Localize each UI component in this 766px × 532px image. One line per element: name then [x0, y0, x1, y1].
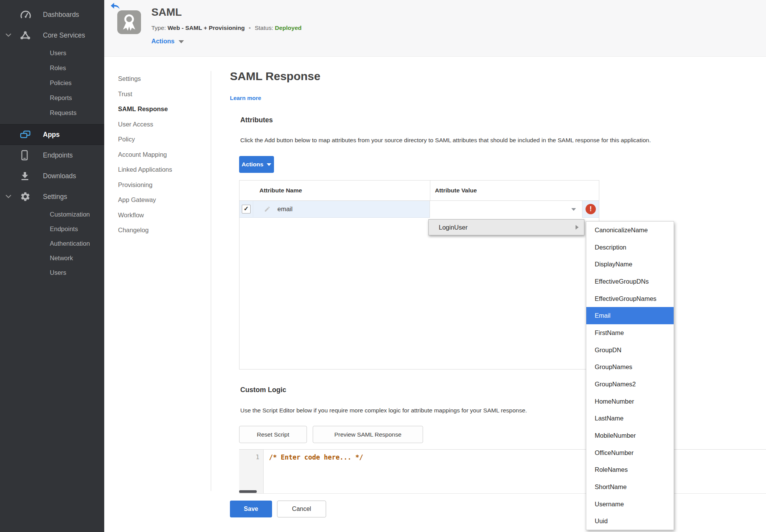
section-title: SAML Response: [230, 70, 320, 83]
menu-item-uuid[interactable]: Uuid: [586, 512, 674, 530]
submenu-arrow-icon: [576, 225, 579, 230]
menu-item-rolenames[interactable]: RoleNames: [586, 461, 674, 478]
edit-pencil-icon[interactable]: [264, 206, 271, 212]
header-actions-menu[interactable]: Actions: [151, 38, 184, 45]
tab-account-mapping[interactable]: Account Mapping: [118, 147, 172, 163]
tab-linked-applications[interactable]: Linked Applications: [118, 162, 172, 177]
custom-logic-heading: Custom Logic: [240, 386, 286, 394]
attributes-actions-button[interactable]: Actions: [239, 156, 274, 173]
sidebar-item-settings-users[interactable]: Users: [0, 265, 104, 280]
menu-item-groupdn[interactable]: GroupDN: [586, 342, 674, 359]
chevron-down-icon[interactable]: [6, 195, 11, 199]
sidebar-item-core-services[interactable]: Core Services: [0, 25, 104, 46]
menu-item-canonicalizename[interactable]: CanonicalizeName: [586, 222, 674, 239]
sidebar-item-label: Apps: [43, 131, 60, 139]
mobile-device-icon: [20, 150, 29, 161]
sidebar-item-authentication[interactable]: Authentication: [0, 236, 104, 251]
tab-app-gateway[interactable]: App Gateway: [118, 192, 172, 208]
sidebar-item-policies[interactable]: Policies: [0, 76, 104, 90]
sidebar-settings-children: Customization Endpoints Authentication N…: [0, 207, 104, 280]
actions-button-label: Actions: [242, 161, 264, 167]
tab-trust[interactable]: Trust: [118, 87, 172, 102]
sidebar-item-label: Settings: [43, 193, 67, 201]
menu-item-lastname[interactable]: LastName: [586, 410, 674, 427]
learn-more-link[interactable]: Learn more: [230, 95, 261, 101]
menu-item-mobilenumber[interactable]: MobileNumber: [586, 427, 674, 444]
gauge-icon: [20, 10, 31, 20]
sidebar-item-label: Dashboards: [43, 11, 79, 19]
menu-item-homenumber[interactable]: HomeNumber: [586, 393, 674, 410]
tab-user-access[interactable]: User Access: [118, 117, 172, 132]
cancel-button[interactable]: Cancel: [277, 501, 326, 517]
sidebar-item-apps[interactable]: Apps: [0, 124, 104, 145]
custom-logic-description: Use the Script Editor below if you requi…: [240, 407, 527, 414]
app-meta: Type: Web - SAML + Provisioning • Status…: [151, 25, 302, 31]
back-arrow-icon[interactable]: [110, 2, 120, 10]
editor-scrollbar[interactable]: [239, 490, 257, 493]
sidebar-item-label: Endpoints: [43, 151, 73, 159]
attribute-value-menu[interactable]: LoginUser: [428, 219, 584, 235]
sidebar-item-network[interactable]: Network: [0, 251, 104, 265]
attributes-heading: Attributes: [240, 116, 273, 124]
sidebar-item-settings-endpoints[interactable]: Endpoints: [0, 222, 104, 236]
row-checkbox[interactable]: ✓: [242, 205, 251, 213]
chevron-down-icon[interactable]: [571, 208, 576, 211]
row-select-cell: ✓: [239, 201, 253, 218]
tab-policy[interactable]: Policy: [118, 132, 172, 147]
editor-code[interactable]: /* Enter code here... */: [269, 453, 363, 461]
apps-icon: [20, 130, 31, 139]
menu-item-firstname[interactable]: FirstName: [586, 324, 674, 342]
attribute-name-value: email: [277, 205, 292, 213]
sidebar-item-downloads[interactable]: Downloads: [0, 166, 104, 186]
tab-workflow[interactable]: Workflow: [118, 208, 172, 223]
tab-changelog[interactable]: Changelog: [118, 223, 172, 238]
attribute-value-column-header: Attribute Value: [430, 181, 599, 200]
menu-item-effectivegroupdns[interactable]: EffectiveGroupDNs: [586, 273, 674, 290]
sidebar: Dashboards Core Services Users Roles Pol…: [0, 0, 104, 532]
type-value: Web - SAML + Provisioning: [167, 25, 244, 31]
saml-app-badge-icon: [117, 10, 141, 34]
menu-item-displayname[interactable]: DisplayName: [586, 256, 674, 273]
sidebar-core-children: Users Roles Policies Reports Requests: [0, 46, 104, 120]
menu-item-email[interactable]: Email: [586, 307, 674, 324]
sidebar-item-dashboards[interactable]: Dashboards: [0, 4, 104, 25]
error-icon: !: [586, 204, 596, 214]
preview-saml-response-button[interactable]: Preview SAML Response: [313, 426, 423, 443]
menu-item-description[interactable]: Description: [586, 239, 674, 256]
line-number: 1: [239, 453, 263, 461]
row-error-cell: !: [582, 201, 599, 218]
save-button[interactable]: Save: [230, 501, 272, 517]
table-row[interactable]: ✓ email !: [239, 201, 599, 218]
menu-item-groupnames[interactable]: GroupNames: [586, 358, 674, 376]
sidebar-item-settings[interactable]: Settings: [0, 186, 104, 207]
menu-item-officenumber[interactable]: OfficeNumber: [586, 444, 674, 461]
menu-item-loginuser[interactable]: LoginUser: [429, 224, 576, 231]
subnav-divider: [211, 71, 211, 491]
attribute-name-cell: email: [253, 201, 430, 218]
sidebar-item-label: Downloads: [43, 172, 76, 180]
tab-provisioning[interactable]: Provisioning: [118, 177, 172, 193]
attribute-value-dropdown[interactable]: [430, 201, 582, 218]
download-icon: [20, 171, 30, 181]
app-header: SAML Type: Web - SAML + Provisioning • S…: [104, 0, 766, 57]
chevron-down-icon[interactable]: [6, 34, 11, 37]
reset-script-button[interactable]: Reset Script: [239, 426, 307, 443]
menu-item-username[interactable]: Username: [586, 496, 674, 513]
sidebar-item-reports[interactable]: Reports: [0, 90, 104, 105]
chevron-down-icon: [179, 40, 184, 43]
sidebar-item-requests[interactable]: Requests: [0, 105, 104, 120]
tab-saml-response[interactable]: SAML Response: [118, 102, 172, 117]
sidebar-item-endpoints[interactable]: Endpoints: [0, 145, 104, 166]
menu-item-groupnames2[interactable]: GroupNames2: [586, 376, 674, 393]
script-editor[interactable]: 1 /* Enter code here... */: [239, 449, 766, 494]
menu-item-effectivegroupnames[interactable]: EffectiveGroupNames: [586, 290, 674, 307]
editor-line-gutter: 1: [239, 450, 264, 493]
sidebar-item-users[interactable]: Users: [0, 46, 104, 61]
sidebar-item-roles[interactable]: Roles: [0, 61, 104, 76]
sidebar-item-customization[interactable]: Customization: [0, 207, 104, 222]
tab-settings[interactable]: Settings: [118, 71, 172, 87]
menu-item-shortname[interactable]: ShortName: [586, 478, 674, 496]
gear-icon: [20, 191, 31, 202]
header-actions-label: Actions: [151, 38, 175, 44]
attributes-description: Click the Add button below to map attrib…: [240, 137, 651, 144]
